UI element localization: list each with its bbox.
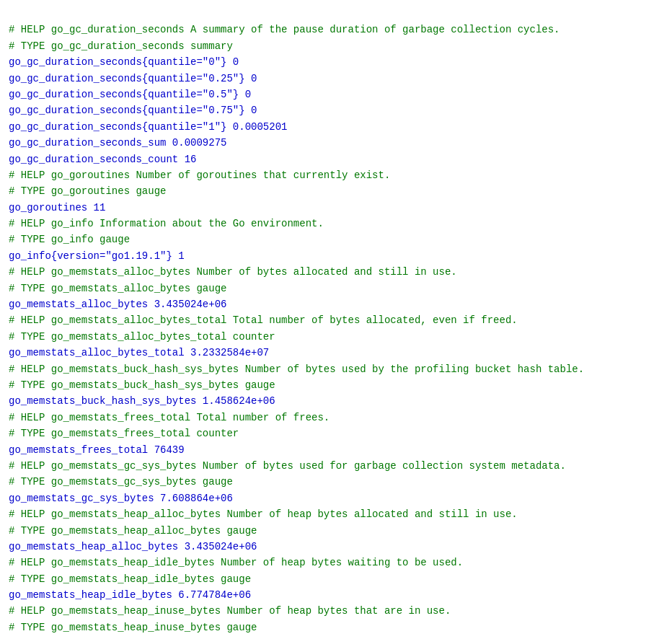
code-line: # TYPE go_gc_duration_seconds summary [9, 38, 663, 54]
code-line: # HELP go_memstats_heap_idle_bytes Numbe… [9, 555, 663, 570]
code-line: go_memstats_heap_idle_bytes 6.774784e+06 [9, 587, 663, 603]
code-line: # HELP go_memstats_heap_alloc_bytes Numb… [9, 506, 663, 522]
code-line: # TYPE go_memstats_heap_inuse_bytes gaug… [9, 620, 663, 635]
code-line: go_memstats_gc_sys_bytes 7.608864e+06 [9, 490, 663, 506]
code-line: go_memstats_heap_alloc_bytes 3.435024e+0… [9, 539, 663, 555]
code-line: # HELP go_info Information about the Go … [9, 216, 663, 232]
code-line: go_gc_duration_seconds_sum 0.0009275 [9, 135, 663, 151]
code-line: # TYPE go_memstats_gc_sys_bytes gauge [9, 474, 663, 490]
code-line: go_memstats_buck_hash_sys_bytes 1.458624… [9, 393, 663, 409]
code-line: go_info{version="go1.19.1"} 1 [9, 248, 663, 264]
code-line: # TYPE go_memstats_alloc_bytes gauge [9, 281, 663, 296]
code-line: # HELP go_memstats_frees_total Total num… [9, 410, 663, 426]
code-line: go_gc_duration_seconds{quantile="0.25"} … [9, 71, 663, 87]
code-line: # HELP go_goroutines Number of goroutine… [9, 167, 663, 183]
code-line: go_gc_duration_seconds{quantile="0.5"} 0 [9, 87, 663, 102]
code-line: go_gc_duration_seconds_count 16 [9, 151, 663, 167]
code-line: # TYPE go_memstats_heap_idle_bytes gauge [9, 571, 663, 587]
code-line: # HELP go_memstats_alloc_bytes Number of… [9, 264, 663, 280]
code-line: go_gc_duration_seconds{quantile="0.75"} … [9, 102, 663, 118]
code-line: go_memstats_alloc_bytes_total 3.2332584e… [9, 345, 663, 361]
code-line: # HELP go_gc_duration_seconds A summary … [9, 22, 663, 38]
metrics-output: # HELP go_gc_duration_seconds A summary … [9, 6, 663, 635]
code-line: # HELP go_memstats_gc_sys_bytes Number o… [9, 458, 663, 474]
code-line: # TYPE go_memstats_heap_alloc_bytes gaug… [9, 523, 663, 539]
code-line: # TYPE go_memstats_buck_hash_sys_bytes g… [9, 377, 663, 393]
code-line: go_memstats_alloc_bytes 3.435024e+06 [9, 296, 663, 312]
code-line: go_goroutines 11 [9, 200, 663, 216]
code-line: # TYPE go_goroutines gauge [9, 183, 663, 199]
code-line: go_gc_duration_seconds{quantile="0"} 0 [9, 54, 663, 70]
code-line: # HELP go_memstats_buck_hash_sys_bytes N… [9, 361, 663, 377]
code-line: # TYPE go_memstats_alloc_bytes_total cou… [9, 329, 663, 345]
code-line: go_memstats_frees_total 76439 [9, 442, 663, 458]
code-line: go_gc_duration_seconds{quantile="1"} 0.0… [9, 119, 663, 135]
code-line: # HELP go_memstats_alloc_bytes_total Tot… [9, 312, 663, 328]
code-line: # TYPE go_info gauge [9, 232, 663, 247]
code-line: # TYPE go_memstats_frees_total counter [9, 426, 663, 441]
code-line: # HELP go_memstats_heap_inuse_bytes Numb… [9, 603, 663, 619]
